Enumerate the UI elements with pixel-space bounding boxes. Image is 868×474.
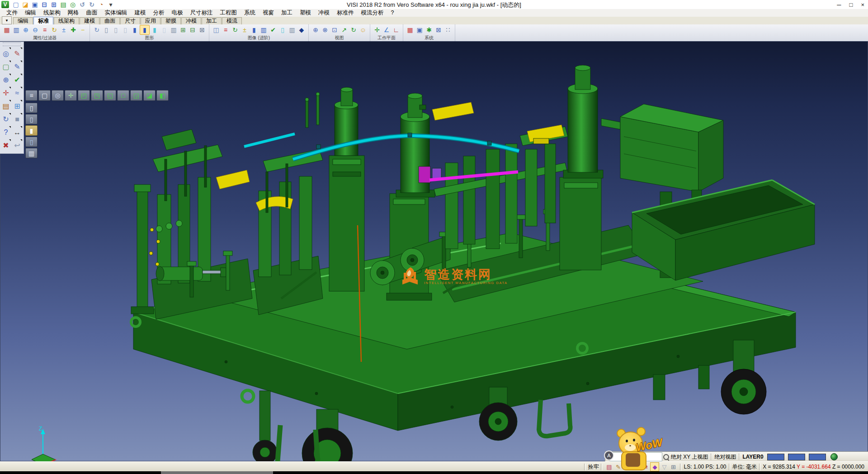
viewport-3d[interactable]: ≡▢◎✛◰◳◱□◲◪◧ ▯▯▮▯▥ Z Y 智造资料网 INTELLIGENT … [0,41,868,461]
toolbar-tab[interactable]: 标准 [33,17,53,24]
layer-manager-icon[interactable]: ≡ [25,90,38,101]
regen-graphics-icon[interactable]: ↻ [92,25,101,34]
adv-traffic-light-icon[interactable]: ≡ [221,25,230,34]
open-folder-icon[interactable]: ◪ [21,1,29,9]
view-back-icon[interactable]: ◪ [143,90,156,101]
adv-refresh-icon[interactable]: ↻ [231,25,240,34]
undo-icon[interactable]: ↺ [78,1,86,9]
absolute-view-label[interactable]: 绝对视图 [714,453,736,461]
shaded-edges-mode-icon[interactable]: ▯ [25,137,38,147]
zoom-previous-icon[interactable]: ⊗ [321,25,330,34]
toolbar-dropdown-button[interactable]: ▼ [2,16,12,24]
view-top-icon[interactable]: ◰ [78,90,90,101]
grid-window-icon[interactable]: ⊞ [12,100,23,113]
view-wire-icon[interactable]: □ [117,90,129,101]
menu-item[interactable]: 冲模 [315,9,333,17]
save-icon[interactable]: ▣ [31,1,39,9]
display-tools-icon[interactable]: ⊠ [198,25,207,34]
flat-display-icon[interactable]: ▯ [160,25,169,34]
menu-item[interactable]: 模流分析 [358,9,387,17]
display-copy-icon[interactable]: ⊞ [179,25,188,34]
layer-color-swatch[interactable] [809,454,826,460]
panel-grip[interactable] [3,43,21,46]
analysis-mode-icon[interactable]: ▥ [25,148,38,158]
save-as-icon[interactable]: ⊟ [40,1,48,9]
menu-item[interactable]: 加工 [278,9,296,17]
hide-all-icon[interactable]: − [78,25,87,34]
menu-item[interactable]: 曲面 [83,9,101,17]
menu-item[interactable]: 建模 [131,9,150,17]
snap-lock-label[interactable]: 拴牢 [588,463,599,471]
minimize-button[interactable]: ─ [837,1,841,8]
adv-verified-cylinder-icon[interactable]: ✔ [269,25,278,34]
menu-item[interactable]: 视窗 [259,9,278,17]
hatched-display-icon[interactable]: ▥ [169,25,178,34]
print-icon[interactable]: ▤ [59,1,67,9]
display-recycle-icon[interactable]: ⊟ [188,25,197,34]
restore-button[interactable]: □ [849,1,853,8]
shading-face-icon[interactable]: ☺ [359,25,368,34]
view-mode-label[interactable]: 绝对 XY 上视图 [671,453,708,461]
color-palette-icon[interactable]: ▦ [406,25,415,34]
system-tools-icon[interactable]: ✱ [425,25,434,34]
menu-item[interactable]: 线架构 [40,9,64,17]
toolbar-options-icon[interactable]: ▾ [107,1,115,9]
menu-item[interactable]: 尺寸标注 [187,9,217,17]
view-right-icon[interactable]: ◲ [130,90,142,101]
edit-attributes-icon[interactable]: ▦ [2,25,11,34]
zoom-plus-icon[interactable]: ⊕ [311,25,320,34]
zoom-solid-icon[interactable]: ⊕ [0,73,11,86]
undo-last-icon[interactable]: ↩ [12,139,23,152]
adv-ghost-cylinder-icon[interactable]: ▯ [278,25,287,34]
shaded-edges-display-icon[interactable]: ▮ [140,25,150,35]
zoom-one-to-one-icon[interactable]: ⊡ [330,25,339,34]
refresh-filter-icon[interactable]: ↻ [50,25,59,34]
menu-item[interactable]: 编辑 [21,9,40,17]
zoom-dynamic-icon[interactable]: ◎ [52,90,64,101]
frame-select-icon[interactable]: ▢ [0,60,11,73]
shaded-mode-icon[interactable]: ▮ [25,125,38,136]
rotate-view-icon[interactable]: ↻ [349,25,358,34]
window-layout-icon[interactable]: ⊠ [434,25,443,34]
regenerate-icon[interactable]: ↻ [0,113,11,126]
adv-solid-cube-icon[interactable]: ◆ [297,25,306,34]
redo-icon[interactable]: ↻ [88,1,96,9]
shaded-cube-icon[interactable]: ■ [12,113,23,126]
dashed-hidden-display-icon[interactable]: ▯ [121,25,130,34]
menu-item[interactable]: 文件 [3,9,21,17]
delete-entity-icon[interactable]: ✖ [0,139,11,152]
print-preview-icon[interactable]: ◎ [69,1,77,9]
adv-striped-cylinder-icon[interactable]: ▥ [259,25,268,34]
toolbar-tab[interactable]: 塑膜 [161,17,181,24]
toolbar-tab[interactable]: 冲模 [181,17,201,24]
layer-color-swatch[interactable] [788,454,805,460]
measure-distance-icon[interactable]: ↔ [12,126,23,139]
view-iso-icon[interactable]: ◳ [91,90,103,101]
view-front-icon[interactable]: ◱ [104,90,116,101]
toolbar-tab[interactable]: 尺寸 [120,17,140,24]
show-entity-icon[interactable]: ⊕ [21,25,30,34]
new-file-icon[interactable]: ▢ [12,1,20,9]
menu-item[interactable]: 标准件 [333,9,358,17]
adv-toggle-icon[interactable]: ± [240,25,249,34]
confirm-icon[interactable]: ✔ [12,73,23,86]
menu-item[interactable]: ? [387,9,398,17]
save-all-icon[interactable]: ⊞ [50,1,58,9]
workplane-entity-icon[interactable]: ∠ [382,25,391,34]
spline-edit-icon[interactable]: ≈ [12,86,23,100]
transparent-display-icon[interactable]: ▮ [150,25,159,34]
zoom-fit-icon[interactable]: ▢ [38,90,51,101]
history-icon[interactable]: ◔ [97,1,105,9]
toolbar-tab[interactable]: 模流 [222,17,242,24]
menu-item[interactable]: 电极 [168,9,187,17]
menu-item[interactable]: 塑模 [296,9,315,17]
units-label[interactable]: 单位: 毫米 [732,463,757,471]
dynamic-pan-icon[interactable]: ↗ [340,25,349,34]
toolbar-tab[interactable]: 曲面 [100,17,120,24]
erase-edit-icon[interactable]: ✎ [12,47,23,60]
curve-edit-icon[interactable]: ✎ [12,60,23,73]
toolbar-tab[interactable]: 线架构 [54,17,79,24]
menu-item[interactable]: 工程图 [217,9,241,17]
layer-color-swatch[interactable] [767,454,784,460]
view-left-icon[interactable]: ◧ [156,90,169,101]
